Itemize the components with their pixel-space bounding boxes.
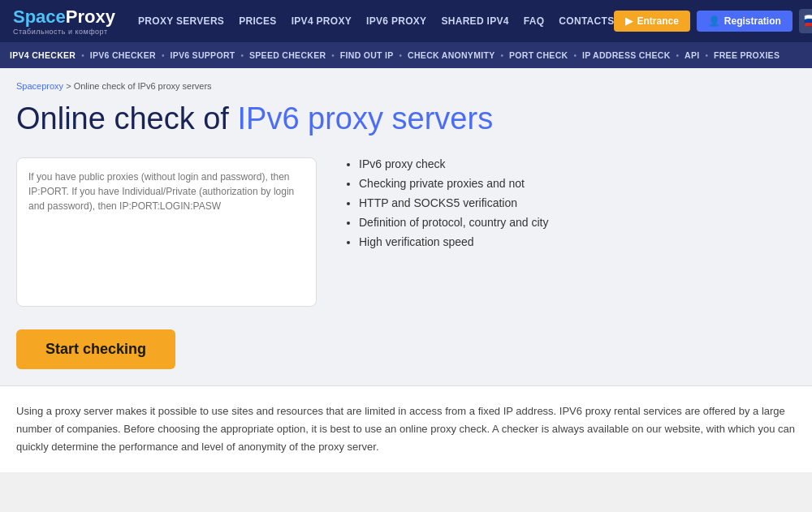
feature-2: Checking private proxies and not: [359, 177, 548, 190]
person-icon: 👤: [708, 15, 720, 27]
feature-4: Definition of protocol, country and city: [359, 216, 548, 229]
logo-text: SpaceProxy: [13, 6, 119, 28]
entrance-button[interactable]: ▶ Entrance: [614, 11, 689, 32]
dot-separator: •: [676, 51, 680, 60]
sec-nav-ipv6-support[interactable]: IPV6 SUPPORT: [170, 50, 235, 60]
flag-icon: 🇷🇺: [804, 12, 812, 30]
features-list: IPv6 proxy check Checking private proxie…: [341, 157, 548, 248]
sec-nav-ip-address-check[interactable]: IP ADDRESS CHECK: [582, 50, 671, 60]
page-title: Online check of IPv6 proxy servers: [16, 101, 796, 138]
logo[interactable]: SpaceProxy Стабильность и комфорт: [13, 6, 119, 36]
sec-nav-ipv4-checker[interactable]: IPV4 CHECKER: [10, 50, 76, 60]
sec-nav-free-proxies[interactable]: FREE PROXIES: [714, 50, 780, 60]
nav-faq[interactable]: FAQ: [524, 15, 545, 27]
dot-separator: •: [331, 51, 335, 60]
sec-nav-speed-checker[interactable]: SPEED CHECKER: [249, 50, 326, 60]
sec-nav-api[interactable]: API: [685, 50, 699, 60]
nav-proxy-servers[interactable]: PROXY SERVERS: [138, 15, 224, 27]
breadcrumb-home[interactable]: Spaceproxy: [16, 81, 63, 91]
sec-nav-ipv6-checker[interactable]: IPV6 CHECKER: [90, 50, 156, 60]
nav-contacts[interactable]: CONTACTS: [559, 15, 614, 27]
breadcrumb-separator: >: [66, 81, 71, 91]
entrance-icon: ▶: [625, 15, 633, 27]
dot-separator: •: [573, 51, 577, 60]
page-title-part2: IPv6 proxy servers: [237, 101, 493, 136]
language-flag-button[interactable]: 🇷🇺: [799, 9, 812, 33]
dot-separator: •: [500, 51, 503, 60]
proxy-input-box: [16, 157, 317, 307]
main-nav: PROXY SERVERS PRICES IPV4 PROXY IPV6 PRO…: [138, 15, 614, 27]
dot-separator: •: [81, 51, 84, 60]
feature-1: IPv6 proxy check: [359, 157, 548, 170]
nav-ipv4-proxy[interactable]: IPV4 PROXY: [292, 15, 352, 27]
top-navigation: SpaceProxy Стабильность и комфорт PROXY …: [0, 0, 812, 42]
nav-prices[interactable]: PRICES: [239, 15, 276, 27]
bottom-text-area: Using a proxy server makes it possible t…: [0, 385, 812, 472]
breadcrumb-current: Online check of IPv6 proxy servers: [74, 81, 212, 91]
feature-5: High verification speed: [359, 235, 548, 248]
sec-nav-check-anonymity[interactable]: CHECK ANONYMITY: [408, 50, 495, 60]
description-text: Using a proxy server makes it possible t…: [16, 402, 796, 456]
sec-nav-port-check[interactable]: PORT CHECK: [509, 50, 568, 60]
dot-separator: •: [162, 51, 165, 60]
main-content: Spaceproxy > Online check of IPv6 proxy …: [0, 68, 812, 385]
feature-3: HTTP and SOCKS5 verification: [359, 196, 548, 209]
nav-actions: ▶ Entrance 👤 Registration 🇷🇺: [614, 9, 812, 33]
nav-shared-ipv4[interactable]: SHARED IPV4: [441, 15, 508, 27]
checker-section: IPv6 proxy check Checking private proxie…: [16, 157, 796, 307]
sec-nav-find-out-ip[interactable]: FIND OUT IP: [340, 50, 394, 60]
dot-separator: •: [706, 51, 709, 60]
nav-ipv6-proxy[interactable]: IPV6 PROXY: [366, 15, 426, 27]
secondary-navigation: IPV4 CHECKER • IPV6 CHECKER • IPV6 SUPPO…: [0, 42, 812, 68]
dot-separator: •: [240, 51, 244, 60]
start-checking-button[interactable]: Start checking: [16, 329, 175, 369]
registration-button[interactable]: 👤 Registration: [697, 11, 793, 32]
proxy-textarea[interactable]: [28, 170, 304, 291]
logo-subtitle: Стабильность и комфорт: [13, 28, 119, 36]
dot-separator: •: [400, 51, 403, 60]
page-title-part1: Online check of: [16, 101, 237, 136]
breadcrumb: Spaceproxy > Online check of IPv6 proxy …: [16, 81, 796, 91]
